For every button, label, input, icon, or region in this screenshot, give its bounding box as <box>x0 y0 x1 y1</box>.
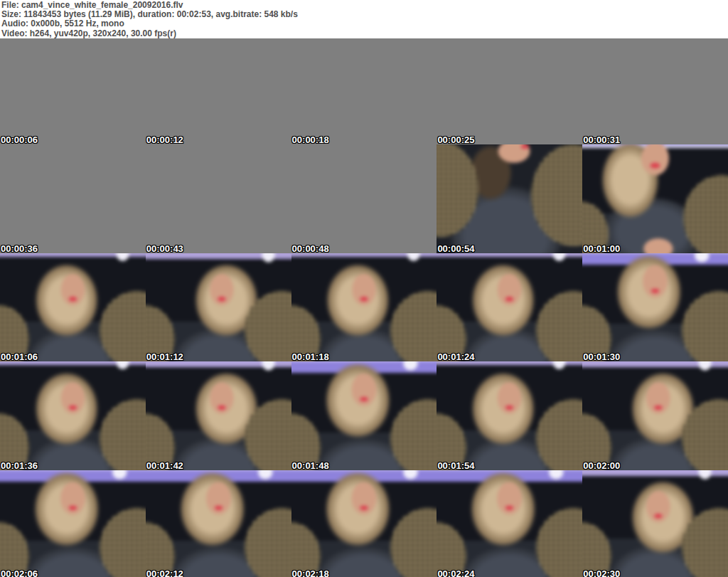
thumbnail-timestamp: 00:02:12 <box>146 569 183 577</box>
thumbnail-photo <box>437 144 582 253</box>
thumbnail-photo-layers <box>0 361 146 470</box>
thumbnail-timestamp: 00:01:00 <box>583 244 620 253</box>
thumbnail-photo-layers <box>437 144 582 253</box>
thumbnail-photo <box>291 470 437 577</box>
thumbnail-photo-layers <box>291 144 437 253</box>
thumbnail-cell: 00:00:18 <box>291 144 437 253</box>
thumbnail-photo-layers <box>146 144 291 253</box>
thumbnail-cell: 00:00:43 <box>146 253 291 362</box>
thumbnail-timestamp: 00:00:48 <box>292 244 329 253</box>
thumbnail-photo <box>0 361 146 470</box>
thumbnail-cell: 00:00:12 <box>146 144 291 253</box>
thumbnail-photo-layers <box>0 253 146 362</box>
thumbnail-photo <box>582 470 728 577</box>
file-info-header: File: cam4_vince_white_female_20092016.f… <box>0 0 728 38</box>
thumbnail-cell: 00:01:48 <box>291 470 437 577</box>
thumbnail-timestamp: 00:01:18 <box>292 352 329 361</box>
thumbnail-cell: 00:01:30 <box>582 361 728 470</box>
thumbnail-photo <box>437 253 582 362</box>
thumbnail-photo <box>146 470 291 577</box>
thumbnail-timestamp: 00:01:54 <box>437 461 474 470</box>
thumbnail-timestamp: 00:01:06 <box>1 352 38 361</box>
thumbnail-cell: 00:01:24 <box>437 361 582 470</box>
thumbnail-cell: 00:01:06 <box>0 361 146 470</box>
thumbnail-cell: 00:00:31 <box>582 144 728 253</box>
thumbnail-photo-layers <box>146 470 291 577</box>
thumbnail-timestamp: 00:00:06 <box>1 135 38 144</box>
thumbnail-photo <box>291 361 437 470</box>
file-info-file: File: cam4_vince_white_female_20092016.f… <box>0 0 728 10</box>
thumbnail-cell: 00:00:54 <box>437 253 582 362</box>
file-info-audio: Audio: 0x000b, 5512 Hz, mono <box>0 19 728 28</box>
thumbnail-timestamp: 00:00:25 <box>437 135 474 144</box>
thumbnail-cell: 00:01:36 <box>0 470 146 577</box>
thumbnail-photo <box>582 144 728 253</box>
thumbnail-timestamp: 00:02:18 <box>292 569 329 577</box>
thumbnail-contact-sheet: 00:00:06 00:00:12 00:00:18 00:00:25 00:0… <box>0 38 728 577</box>
thumbnail-photo <box>582 253 728 362</box>
thumbnail-photo <box>582 361 728 470</box>
thumbnail-timestamp: 00:00:18 <box>292 135 329 144</box>
thumbnail-cell: 00:01:42 <box>146 470 291 577</box>
thumbnail-timestamp: 00:02:30 <box>583 569 620 577</box>
thumbnail-timestamp: 00:00:12 <box>146 135 183 144</box>
thumbnail-cell: 00:00:25 <box>437 144 582 253</box>
thumbnail-photo <box>437 470 582 577</box>
thumbnail-timestamp: 00:01:24 <box>437 352 474 361</box>
thumbnail-photo-layers <box>582 253 728 362</box>
thumbnail-cell: 00:01:12 <box>146 361 291 470</box>
thumbnail-photo <box>0 253 146 362</box>
thumbnail-timestamp: 00:01:12 <box>146 352 183 361</box>
thumbnail-photo-layers <box>582 361 728 470</box>
thumbnail-timestamp: 00:01:30 <box>583 352 620 361</box>
thumbnail-timestamp: 00:01:48 <box>292 461 329 470</box>
thumbnail-photo <box>291 144 437 253</box>
thumbnail-timestamp: 00:01:36 <box>1 461 38 470</box>
thumbnail-photo <box>146 144 291 253</box>
thumbnail-photo-layers <box>146 361 291 470</box>
thumbnail-timestamp: 00:02:00 <box>583 461 620 470</box>
thumbnail-cell: 00:01:54 <box>437 470 582 577</box>
screenshot-page: File: cam4_vince_white_female_20092016.f… <box>0 0 728 577</box>
thumbnail-photo <box>0 144 146 253</box>
thumbnail-photo-layers <box>291 361 437 470</box>
thumbnail-photo-layers <box>437 253 582 362</box>
thumbnail-timestamp: 00:00:43 <box>146 244 183 253</box>
file-info-video: Video: h264, yuv420p, 320x240, 30.00 fps… <box>0 29 728 38</box>
thumbnail-cell: 00:02:00 <box>582 470 728 577</box>
thumbnail-photo-layers <box>437 470 582 577</box>
thumbnail-photo-layers <box>146 253 291 362</box>
thumbnail-cell: 00:01:00 <box>582 253 728 362</box>
thumbnail-photo-layers <box>0 144 146 253</box>
thumbnail-photo <box>291 253 437 362</box>
thumbnail-timestamp: 00:01:42 <box>146 461 183 470</box>
thumbnail-photo-layers <box>437 361 582 470</box>
thumbnail-photo <box>437 361 582 470</box>
thumbnail-photo-layers <box>582 470 728 577</box>
thumbnail-photo-layers <box>291 470 437 577</box>
thumbnail-cell: 00:00:36 <box>0 253 146 362</box>
thumbnail-photo <box>146 361 291 470</box>
thumbnail-photo <box>146 253 291 362</box>
thumbnail-timestamp: 00:00:31 <box>583 135 620 144</box>
thumbnail-cell: 00:01:18 <box>291 361 437 470</box>
thumbnail-photo-layers <box>291 253 437 362</box>
thumbnail-timestamp: 00:00:54 <box>437 244 474 253</box>
thumbnail-photo-layers <box>582 144 728 253</box>
thumbnail-timestamp: 00:02:24 <box>437 569 474 577</box>
thumbnail-photo-layers <box>0 470 146 577</box>
thumbnail-timestamp: 00:02:06 <box>1 569 38 577</box>
thumbnail-cell: 00:00:06 <box>0 144 146 253</box>
thumbnail-cell: 00:00:48 <box>291 253 437 362</box>
thumbnail-photo <box>0 470 146 577</box>
thumbnail-timestamp: 00:00:36 <box>1 244 38 253</box>
